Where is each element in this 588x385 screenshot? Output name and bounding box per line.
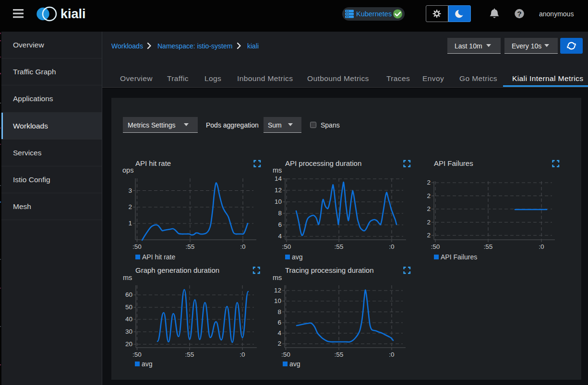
svg-text:?: ? [517,10,521,18]
